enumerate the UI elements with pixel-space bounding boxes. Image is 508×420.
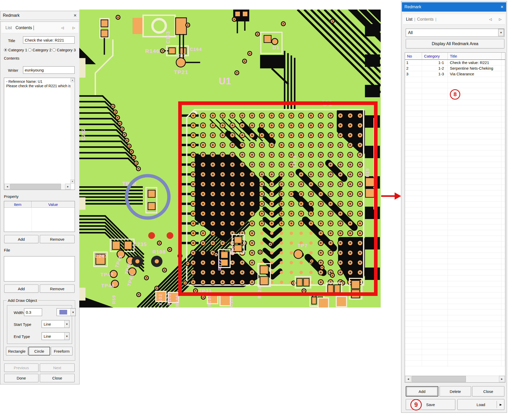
table-scroll-right-icon[interactable]: ▶ [499, 376, 505, 382]
col-title[interactable]: Title [448, 53, 502, 59]
property-col-value[interactable]: Value [32, 202, 75, 207]
annotation-circled-8: 8 [450, 89, 460, 100]
pcb-ref-label: C116 [229, 295, 234, 307]
property-col-item[interactable]: Item [4, 201, 32, 207]
file-remove-button[interactable]: Remove [40, 285, 75, 293]
load-button[interactable]: Load ▶ [457, 399, 504, 410]
redmark-list-table[interactable]: No Category Title 11-1Check the value: R… [405, 52, 505, 383]
file-label: File [4, 248, 10, 252]
table-row[interactable]: 31-3Via Clearance [405, 71, 505, 77]
circle-button[interactable]: Circle [28, 347, 50, 356]
table-row [405, 122, 505, 128]
category-filter-dropdown[interactable]: All ▼ [406, 29, 504, 37]
writer-input[interactable]: eunkyoung [23, 66, 75, 74]
property-add-button[interactable]: Add [4, 235, 38, 243]
table-row [405, 128, 505, 134]
application-window: Redmark ✕ List Contents ◁ ▷ Title Check … [0, 0, 508, 420]
table-row [405, 196, 505, 202]
col-no[interactable]: No [405, 53, 422, 59]
table-row[interactable]: 21-2Serpentine Nets-Cheking [405, 66, 505, 71]
left-panel-titlebar[interactable]: Redmark ✕ [0, 11, 80, 20]
end-type-label: End Type [14, 334, 30, 339]
table-row [405, 139, 505, 145]
delete-redmark-button[interactable]: Delete [440, 386, 471, 397]
file-add-button[interactable]: Add [4, 285, 38, 293]
table-row [405, 287, 505, 293]
table-hscroll-thumb[interactable] [412, 376, 466, 382]
radio-icon[interactable] [52, 48, 56, 52]
color-dropdown-icon[interactable]: ▼ [71, 309, 75, 316]
table-row [405, 111, 505, 117]
close-redmark-button[interactable]: Close [472, 386, 504, 397]
category-radio-2[interactable]: Category 2 [28, 48, 51, 52]
redmark-table-header: No Category Title [405, 53, 505, 60]
right-tab-nav-right-icon[interactable]: ▷ [499, 17, 502, 21]
property-col-divider [32, 207, 32, 232]
close-icon[interactable]: ✕ [73, 13, 77, 18]
close-button[interactable]: Close [40, 374, 75, 382]
right-panel: Redmark ✕ List | Contents | ◁ ▷ All ▼ Di… [401, 1, 507, 413]
filter-dropdown-icon[interactable]: ▼ [498, 29, 504, 36]
scroll-left-icon[interactable]: ◀ [4, 184, 10, 189]
table-row [405, 315, 505, 321]
pcb-ref-label: R146 [145, 48, 160, 54]
tab-nav-left-icon[interactable]: ◁ [61, 26, 64, 30]
line-color-dropdown[interactable]: ▼ [57, 308, 76, 316]
start-type-dropdown[interactable]: Line ▼ [42, 320, 69, 328]
pcb-ref-label: C235 [133, 241, 147, 247]
contents-vscroll[interactable] [71, 78, 74, 183]
title-input[interactable]: Check the value: R221 [23, 36, 75, 44]
tab-nav-right-icon[interactable]: ▷ [73, 26, 75, 30]
table-row [405, 361, 505, 366]
table-scroll-left-icon[interactable]: ◀ [405, 376, 411, 382]
right-close-icon[interactable]: ✕ [500, 5, 504, 9]
scroll-right-icon[interactable]: ▶ [65, 184, 71, 189]
width-input[interactable]: 0.3 [24, 308, 42, 316]
next-button[interactable]: Next [40, 364, 75, 372]
table-row [405, 230, 505, 236]
right-panel-titlebar[interactable]: Redmark ✕ [402, 2, 506, 12]
previous-button[interactable]: Previous [4, 364, 38, 372]
tab-contents[interactable]: Contents [15, 26, 32, 30]
scroll-up-icon[interactable]: ▲ [71, 78, 74, 82]
freeform-button[interactable]: Freeform [51, 347, 73, 356]
hscroll-thumb[interactable] [10, 184, 61, 189]
pcb-ref-label: TP23 [292, 155, 297, 167]
contents-textarea[interactable]: - Reference Name: U1 Please check the va… [4, 78, 75, 190]
pcb-layout-view[interactable]: R146TP21C163C164R37D1U1U1C232TP40C235R10… [79, 10, 381, 308]
start-type-dropdown-icon[interactable]: ▼ [64, 320, 69, 328]
property-table[interactable]: Item Value [4, 201, 75, 232]
add-redmark-button[interactable]: Add [406, 386, 438, 397]
pcb-ref-label: X102 [158, 294, 163, 305]
category-radio-1[interactable]: Category 1 [4, 48, 27, 52]
load-more-icon[interactable]: ▶ [500, 403, 502, 406]
color-swatch [59, 310, 67, 314]
table-row [405, 338, 505, 344]
right-tab-list[interactable]: List [406, 17, 412, 22]
radio-icon[interactable] [4, 48, 7, 52]
table-row [405, 179, 505, 185]
col-category[interactable]: Category [422, 53, 448, 59]
rectangle-button[interactable]: Rectangle [6, 347, 28, 356]
pcb-ref-label: R172 [217, 259, 222, 271]
right-tab-nav-left-icon[interactable]: ◁ [489, 17, 492, 21]
table-row[interactable]: 11-1Check the value: R221 [405, 60, 505, 66]
tab-list[interactable]: List [5, 26, 12, 30]
file-list-box[interactable] [4, 256, 75, 281]
table-row [405, 259, 505, 264]
pcb-ref-label: R37 [176, 53, 186, 58]
end-type-dropdown-icon[interactable]: ▼ [64, 333, 69, 340]
done-button[interactable]: Done [4, 374, 38, 382]
pcb-ref-label: TP21 [174, 69, 188, 75]
table-row [405, 185, 505, 190]
display-all-redmark-button[interactable]: Display All Redmark Area [406, 39, 504, 49]
property-remove-button[interactable]: Remove [40, 235, 75, 243]
radio-icon[interactable] [28, 48, 32, 52]
table-row [405, 105, 505, 111]
scroll-down-icon[interactable]: ▼ [71, 180, 74, 183]
category-radio-3[interactable]: Category 3 [52, 48, 76, 52]
right-tab-contents[interactable]: Contents [417, 17, 434, 22]
pcb-ref-label: R104 [207, 295, 212, 307]
add-draw-object-label: Add Draw Object [6, 298, 38, 303]
end-type-dropdown[interactable]: Line ▼ [42, 332, 69, 340]
